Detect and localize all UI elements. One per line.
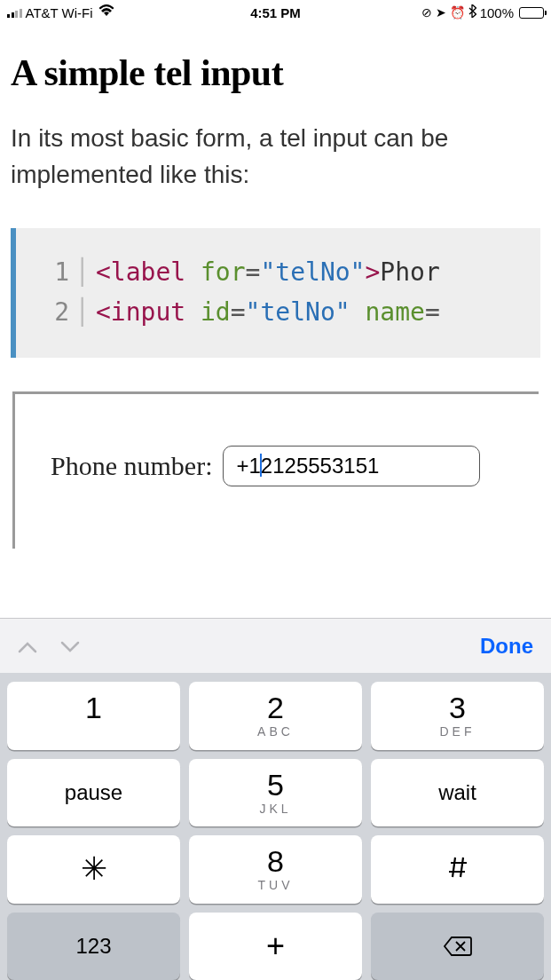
key-2[interactable]: 2ABC <box>189 682 362 750</box>
status-time: 4:51 PM <box>250 5 301 20</box>
battery-percent: 100% <box>480 5 514 20</box>
keyboard-done-button[interactable]: Done <box>480 634 533 659</box>
key-5[interactable]: 5JKL <box>189 759 362 827</box>
phone-input[interactable]: +12125553151 <box>223 446 480 487</box>
prev-field-icon[interactable] <box>18 634 37 659</box>
alarm-icon: ⏰ <box>450 5 465 20</box>
next-field-icon[interactable] <box>60 634 80 659</box>
backspace-icon <box>443 936 473 957</box>
battery-icon <box>519 7 544 19</box>
key-wait[interactable]: wait <box>371 759 544 827</box>
key-star[interactable]: ✳ <box>7 835 180 904</box>
status-bar: AT&T Wi-Fi 4:51 PM ⊘ ➤ ⏰ 100% <box>0 0 551 25</box>
location-icon: ➤ <box>436 5 446 20</box>
key-backspace[interactable] <box>371 913 544 981</box>
page-content: A simple tel input In its most basic for… <box>0 25 551 549</box>
key-plus[interactable]: + <box>189 913 362 981</box>
carrier-label: AT&T Wi-Fi <box>26 5 93 20</box>
code-line-2: 2 │ <input id="telNo" name= <box>34 293 540 333</box>
code-line-1: 1 │ <label for="telNo">Phor <box>34 253 540 293</box>
keyboard-accessory: Done <box>0 618 551 673</box>
key-1[interactable]: 1 <box>7 682 180 750</box>
code-block: 1 │ <label for="telNo">Phor 2 │ <input i… <box>11 228 540 358</box>
key-3[interactable]: 3DEF <box>371 682 544 750</box>
key-hash[interactable] <box>371 835 544 904</box>
key-pause[interactable]: pause <box>7 759 180 827</box>
cell-signal-icon <box>7 7 22 18</box>
rotation-lock-icon: ⊘ <box>421 5 432 20</box>
text-cursor <box>260 454 262 477</box>
page-title: A simple tel input <box>11 51 540 94</box>
keyboard: 1 2ABC 3DEF pause 5JKL wait ✳ 8TUV 123 + <box>0 673 551 980</box>
example-box: Phone number: +12125553151 <box>12 391 539 549</box>
phone-label: Phone number: <box>51 451 212 481</box>
key-8[interactable]: 8TUV <box>189 835 362 904</box>
bluetooth-icon <box>468 4 476 20</box>
body-text: In its most basic form, a tel input can … <box>11 121 540 193</box>
key-mode-123[interactable]: 123 <box>7 913 180 981</box>
wifi-icon <box>98 4 114 20</box>
